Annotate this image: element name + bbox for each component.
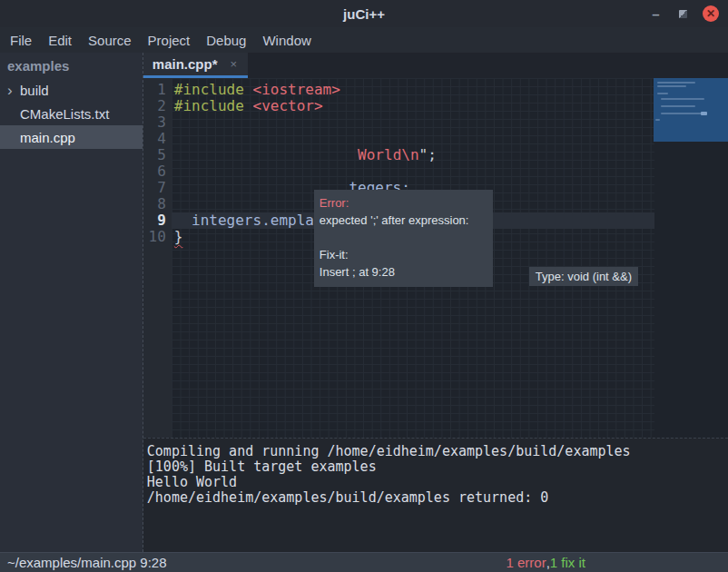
terminal-line: /home/eidheim/examples/build/examples re…: [147, 490, 728, 506]
fixit-title: Fix-it:: [320, 246, 487, 263]
error-tooltip-title: Error:: [320, 194, 487, 212]
minimap[interactable]: [654, 78, 728, 142]
window-controls: – ✕: [648, 0, 719, 27]
editor-column: main.cpp* × 1 2 3 4 5 6 7 8 9 10: [143, 53, 728, 552]
main-area: examples › build CMakeLists.txt main.cpp…: [0, 53, 728, 552]
window-title: juCi++: [343, 6, 385, 22]
code-line-2: #include <vector>: [172, 98, 654, 114]
menu-project[interactable]: Project: [140, 33, 199, 48]
code-line-6: [172, 163, 654, 180]
code-token: <iostream>: [253, 81, 340, 98]
status-file-location: ~/examples/main.cpp 9:28: [7, 555, 167, 570]
tab-bar: main.cpp* ×: [143, 53, 728, 78]
line-number: 1: [143, 82, 172, 98]
terminal-output[interactable]: Compiling and running /home/eidheim/exam…: [143, 438, 728, 552]
line-number: 5: [143, 147, 172, 163]
code-editor[interactable]: 1 2 3 4 5 6 7 8 9 10 #include <iostream>…: [143, 78, 728, 438]
line-number: 6: [143, 163, 172, 180]
line-number: 8: [143, 196, 172, 212]
error-tooltip: Error: expected ';' after expression: Fi…: [314, 190, 493, 287]
code-token: <vector>: [253, 97, 323, 114]
line-number-gutter: 1 2 3 4 5 6 7 8 9 10: [143, 78, 172, 438]
app-window: juCi++ – ✕ File Edit Source Project Debu…: [0, 0, 728, 572]
minimize-icon: –: [652, 6, 659, 22]
chevron-right-icon[interactable]: ›: [7, 83, 20, 98]
minimize-button[interactable]: –: [648, 6, 664, 22]
menu-bar: File Edit Source Project Debug Window: [0, 27, 728, 53]
status-diagnostics[interactable]: 1 error , 1 fix it: [506, 553, 585, 572]
fixit-text: Insert ; at 9:28: [320, 263, 487, 281]
minimap-line: [657, 85, 686, 87]
menu-window[interactable]: Window: [254, 33, 319, 48]
code-token: #include: [174, 97, 253, 114]
file-tree-panel: examples › build CMakeLists.txt main.cpp: [0, 53, 143, 552]
menu-edit[interactable]: Edit: [40, 33, 80, 48]
code-line-4: [172, 131, 654, 147]
minimap-line: [657, 82, 695, 84]
error-tooltip-spacer: [320, 229, 487, 246]
tree-item-label: CMakeLists.txt: [20, 106, 109, 122]
status-bar: ~/examples/main.cpp 9:28 1 error , 1 fix…: [0, 552, 728, 572]
line-number: 7: [143, 180, 172, 196]
minimap-highlight: [701, 112, 707, 115]
tree-item-build[interactable]: › build: [0, 78, 143, 102]
code-token: ";: [419, 146, 437, 163]
line-number: 10: [143, 229, 172, 245]
close-button[interactable]: ✕: [703, 5, 719, 22]
code-line-5: World\n";: [172, 147, 654, 163]
minimap-line: [657, 93, 668, 94]
minimap-line: [655, 119, 660, 121]
line-number: 4: [143, 131, 172, 147]
tree-item-maincpp[interactable]: main.cpp: [0, 125, 143, 149]
code-token: #include: [174, 81, 253, 98]
line-number-current: 9: [143, 212, 172, 229]
restore-icon: [679, 10, 687, 18]
tree-item-cmakelists[interactable]: CMakeLists.txt: [0, 102, 143, 125]
code-token: [174, 146, 358, 163]
type-tooltip: Type: void (int &&): [529, 267, 638, 286]
code-line-1: #include <iostream>: [172, 82, 654, 98]
tab-maincpp[interactable]: main.cpp* ×: [143, 53, 248, 78]
editor-right-margin: [654, 78, 728, 438]
minimap-line: [661, 105, 695, 107]
menu-file[interactable]: File: [2, 33, 40, 48]
project-header: examples: [0, 53, 143, 78]
tab-label: main.cpp*: [152, 56, 218, 72]
menu-debug[interactable]: Debug: [198, 33, 254, 48]
code-token-error-underline: }: [174, 228, 183, 245]
code-line-3: [172, 114, 654, 131]
title-bar: juCi++ – ✕: [0, 0, 728, 27]
terminal-line: Compiling and running /home/eidheim/exam…: [147, 444, 728, 459]
tree-item-label: main.cpp: [20, 130, 75, 145]
tab-close-icon[interactable]: ×: [230, 57, 237, 71]
minimap-line: [661, 98, 704, 100]
minimap-line: [661, 113, 703, 114]
code-token: World\n: [358, 146, 418, 163]
line-number: 3: [143, 114, 172, 131]
fixit-count[interactable]: 1 fix it: [550, 555, 585, 570]
error-tooltip-message: expected ';' after expression:: [320, 212, 487, 229]
menu-source[interactable]: Source: [80, 33, 140, 48]
terminal-line: Hello World: [147, 475, 728, 490]
line-number: 2: [143, 98, 172, 114]
terminal-line: [100%] Built target examples: [147, 459, 728, 475]
tree-item-label: build: [20, 83, 49, 98]
close-icon: ✕: [706, 8, 715, 19]
restore-button[interactable]: [675, 6, 691, 22]
error-count[interactable]: 1 error: [506, 555, 546, 570]
